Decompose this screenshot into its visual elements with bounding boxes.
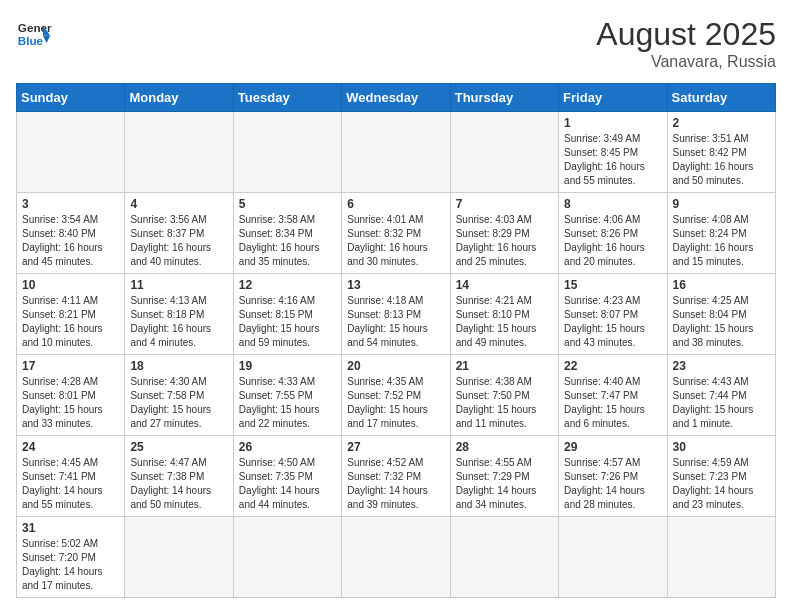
calendar-cell: 28Sunrise: 4:55 AM Sunset: 7:29 PM Dayli… — [450, 436, 558, 517]
calendar-cell: 6Sunrise: 4:01 AM Sunset: 8:32 PM Daylig… — [342, 193, 450, 274]
calendar-cell: 27Sunrise: 4:52 AM Sunset: 7:32 PM Dayli… — [342, 436, 450, 517]
calendar-cell — [559, 517, 667, 598]
calendar-cell: 1Sunrise: 3:49 AM Sunset: 8:45 PM Daylig… — [559, 112, 667, 193]
calendar-cell: 30Sunrise: 4:59 AM Sunset: 7:23 PM Dayli… — [667, 436, 775, 517]
day-number: 27 — [347, 440, 444, 454]
calendar-cell: 25Sunrise: 4:47 AM Sunset: 7:38 PM Dayli… — [125, 436, 233, 517]
day-number: 30 — [673, 440, 770, 454]
calendar-cell: 19Sunrise: 4:33 AM Sunset: 7:55 PM Dayli… — [233, 355, 341, 436]
calendar-cell: 9Sunrise: 4:08 AM Sunset: 8:24 PM Daylig… — [667, 193, 775, 274]
day-info: Sunrise: 4:45 AM Sunset: 7:41 PM Dayligh… — [22, 456, 119, 512]
calendar-cell: 14Sunrise: 4:21 AM Sunset: 8:10 PM Dayli… — [450, 274, 558, 355]
calendar-cell: 20Sunrise: 4:35 AM Sunset: 7:52 PM Dayli… — [342, 355, 450, 436]
header: General Blue August 2025 Vanavara, Russi… — [16, 16, 776, 71]
weekday-header-friday: Friday — [559, 84, 667, 112]
day-info: Sunrise: 4:47 AM Sunset: 7:38 PM Dayligh… — [130, 456, 227, 512]
weekday-header-tuesday: Tuesday — [233, 84, 341, 112]
calendar-cell — [125, 112, 233, 193]
day-number: 20 — [347, 359, 444, 373]
calendar-cell — [125, 517, 233, 598]
calendar-cell: 21Sunrise: 4:38 AM Sunset: 7:50 PM Dayli… — [450, 355, 558, 436]
day-number: 23 — [673, 359, 770, 373]
day-number: 15 — [564, 278, 661, 292]
day-number: 21 — [456, 359, 553, 373]
week-row-5: 24Sunrise: 4:45 AM Sunset: 7:41 PM Dayli… — [17, 436, 776, 517]
calendar-cell: 29Sunrise: 4:57 AM Sunset: 7:26 PM Dayli… — [559, 436, 667, 517]
day-info: Sunrise: 4:57 AM Sunset: 7:26 PM Dayligh… — [564, 456, 661, 512]
day-number: 17 — [22, 359, 119, 373]
calendar-cell: 22Sunrise: 4:40 AM Sunset: 7:47 PM Dayli… — [559, 355, 667, 436]
day-number: 10 — [22, 278, 119, 292]
calendar-cell: 12Sunrise: 4:16 AM Sunset: 8:15 PM Dayli… — [233, 274, 341, 355]
svg-text:Blue: Blue — [18, 34, 44, 47]
calendar-cell — [17, 112, 125, 193]
calendar-cell: 23Sunrise: 4:43 AM Sunset: 7:44 PM Dayli… — [667, 355, 775, 436]
weekday-header-saturday: Saturday — [667, 84, 775, 112]
week-row-1: 1Sunrise: 3:49 AM Sunset: 8:45 PM Daylig… — [17, 112, 776, 193]
weekday-header-monday: Monday — [125, 84, 233, 112]
day-number: 19 — [239, 359, 336, 373]
day-info: Sunrise: 4:23 AM Sunset: 8:07 PM Dayligh… — [564, 294, 661, 350]
day-info: Sunrise: 4:01 AM Sunset: 8:32 PM Dayligh… — [347, 213, 444, 269]
week-row-4: 17Sunrise: 4:28 AM Sunset: 8:01 PM Dayli… — [17, 355, 776, 436]
day-number: 24 — [22, 440, 119, 454]
calendar-cell — [450, 517, 558, 598]
day-info: Sunrise: 3:58 AM Sunset: 8:34 PM Dayligh… — [239, 213, 336, 269]
day-info: Sunrise: 4:25 AM Sunset: 8:04 PM Dayligh… — [673, 294, 770, 350]
day-number: 3 — [22, 197, 119, 211]
day-number: 12 — [239, 278, 336, 292]
calendar-cell — [233, 517, 341, 598]
day-number: 1 — [564, 116, 661, 130]
calendar-cell: 13Sunrise: 4:18 AM Sunset: 8:13 PM Dayli… — [342, 274, 450, 355]
title-block: August 2025 Vanavara, Russia — [596, 16, 776, 71]
day-info: Sunrise: 4:03 AM Sunset: 8:29 PM Dayligh… — [456, 213, 553, 269]
day-number: 26 — [239, 440, 336, 454]
calendar-cell: 8Sunrise: 4:06 AM Sunset: 8:26 PM Daylig… — [559, 193, 667, 274]
calendar-cell — [233, 112, 341, 193]
day-number: 25 — [130, 440, 227, 454]
day-number: 6 — [347, 197, 444, 211]
day-info: Sunrise: 3:54 AM Sunset: 8:40 PM Dayligh… — [22, 213, 119, 269]
weekday-header-wednesday: Wednesday — [342, 84, 450, 112]
day-info: Sunrise: 4:35 AM Sunset: 7:52 PM Dayligh… — [347, 375, 444, 431]
day-info: Sunrise: 4:50 AM Sunset: 7:35 PM Dayligh… — [239, 456, 336, 512]
calendar-cell — [342, 112, 450, 193]
day-info: Sunrise: 4:08 AM Sunset: 8:24 PM Dayligh… — [673, 213, 770, 269]
day-number: 29 — [564, 440, 661, 454]
calendar-table: SundayMondayTuesdayWednesdayThursdayFrid… — [16, 83, 776, 598]
day-number: 7 — [456, 197, 553, 211]
day-info: Sunrise: 3:56 AM Sunset: 8:37 PM Dayligh… — [130, 213, 227, 269]
svg-marker-3 — [43, 36, 50, 43]
day-info: Sunrise: 4:59 AM Sunset: 7:23 PM Dayligh… — [673, 456, 770, 512]
day-number: 31 — [22, 521, 119, 535]
day-info: Sunrise: 3:51 AM Sunset: 8:42 PM Dayligh… — [673, 132, 770, 188]
calendar-cell: 24Sunrise: 4:45 AM Sunset: 7:41 PM Dayli… — [17, 436, 125, 517]
day-info: Sunrise: 4:33 AM Sunset: 7:55 PM Dayligh… — [239, 375, 336, 431]
calendar-cell: 17Sunrise: 4:28 AM Sunset: 8:01 PM Dayli… — [17, 355, 125, 436]
day-info: Sunrise: 4:30 AM Sunset: 7:58 PM Dayligh… — [130, 375, 227, 431]
weekday-header-row: SundayMondayTuesdayWednesdayThursdayFrid… — [17, 84, 776, 112]
calendar-cell: 16Sunrise: 4:25 AM Sunset: 8:04 PM Dayli… — [667, 274, 775, 355]
calendar-cell: 4Sunrise: 3:56 AM Sunset: 8:37 PM Daylig… — [125, 193, 233, 274]
day-info: Sunrise: 4:18 AM Sunset: 8:13 PM Dayligh… — [347, 294, 444, 350]
day-info: Sunrise: 4:38 AM Sunset: 7:50 PM Dayligh… — [456, 375, 553, 431]
calendar-cell: 11Sunrise: 4:13 AM Sunset: 8:18 PM Dayli… — [125, 274, 233, 355]
calendar-cell: 5Sunrise: 3:58 AM Sunset: 8:34 PM Daylig… — [233, 193, 341, 274]
day-info: Sunrise: 4:13 AM Sunset: 8:18 PM Dayligh… — [130, 294, 227, 350]
logo-icon: General Blue — [16, 16, 52, 52]
calendar-cell: 26Sunrise: 4:50 AM Sunset: 7:35 PM Dayli… — [233, 436, 341, 517]
calendar-cell: 10Sunrise: 4:11 AM Sunset: 8:21 PM Dayli… — [17, 274, 125, 355]
calendar-cell: 7Sunrise: 4:03 AM Sunset: 8:29 PM Daylig… — [450, 193, 558, 274]
day-info: Sunrise: 5:02 AM Sunset: 7:20 PM Dayligh… — [22, 537, 119, 593]
calendar-cell — [667, 517, 775, 598]
day-info: Sunrise: 4:43 AM Sunset: 7:44 PM Dayligh… — [673, 375, 770, 431]
calendar-cell: 31Sunrise: 5:02 AM Sunset: 7:20 PM Dayli… — [17, 517, 125, 598]
calendar-cell — [342, 517, 450, 598]
day-info: Sunrise: 4:11 AM Sunset: 8:21 PM Dayligh… — [22, 294, 119, 350]
week-row-2: 3Sunrise: 3:54 AM Sunset: 8:40 PM Daylig… — [17, 193, 776, 274]
weekday-header-thursday: Thursday — [450, 84, 558, 112]
day-info: Sunrise: 4:55 AM Sunset: 7:29 PM Dayligh… — [456, 456, 553, 512]
day-number: 4 — [130, 197, 227, 211]
day-number: 14 — [456, 278, 553, 292]
day-number: 11 — [130, 278, 227, 292]
